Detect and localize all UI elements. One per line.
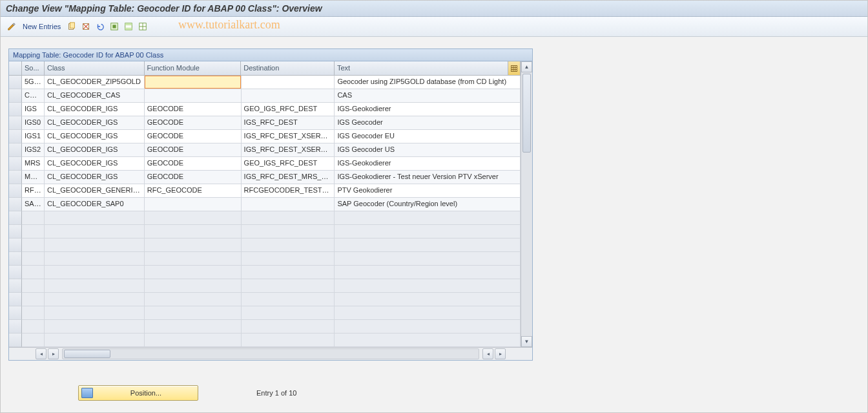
cell-source[interactable]: IGS [22, 103, 45, 116]
cell-text[interactable]: CAS [335, 89, 521, 103]
horizontal-scrollbar[interactable]: ◂ ▸ ◂ ▸ [9, 347, 532, 360]
cell-class[interactable]: CL_GEOCODER_IGS [45, 130, 145, 143]
row-selector[interactable] [9, 89, 22, 103]
table-settings-icon[interactable] [508, 61, 520, 75]
row-selector[interactable] [9, 157, 22, 171]
cell-class[interactable]: CL_GEOCODER_SAP0 [45, 198, 145, 211]
cell-class[interactable]: CL_GEOCODER_GENERIC… [45, 184, 145, 198]
cell-destination[interactable]: GEO_IGS_RFC_DEST [242, 103, 335, 116]
cell-class[interactable]: CL_GEOCODER_IGS [45, 103, 145, 116]
toggle-display-change-icon[interactable] [6, 21, 17, 32]
vscroll-track[interactable] [521, 72, 532, 336]
row-selector[interactable] [9, 198, 22, 211]
row-selector[interactable] [9, 171, 22, 184]
cell-destination[interactable] [242, 198, 335, 211]
scroll-left-button[interactable]: ▸ [48, 348, 59, 359]
cell-class[interactable]: CL_GEOCODER_IGS [45, 116, 145, 130]
cell-text[interactable]: IGS-Geokodierer [335, 103, 521, 116]
row-selector[interactable] [9, 238, 22, 252]
cell-function-module[interactable]: GEOCODE [145, 171, 242, 184]
cell-source[interactable]: RFCG [22, 184, 45, 198]
cell-source[interactable]: IGS1 [22, 130, 45, 143]
copy-as-icon[interactable] [66, 21, 78, 32]
scroll-right-button[interactable]: ◂ [482, 348, 493, 359]
cell-source[interactable]: IGS0 [22, 116, 45, 130]
col-header-source[interactable]: So... [22, 61, 45, 76]
cell-source[interactable]: MRS1 [22, 171, 45, 184]
cell-function-module[interactable]: GEOCODE [145, 116, 242, 130]
row-handle-header [9, 61, 22, 76]
scroll-last-button[interactable]: ▸ [495, 348, 506, 359]
new-entries-button[interactable]: New Entries [23, 23, 61, 30]
cell-text[interactable]: IGS Geocoder [335, 116, 521, 130]
select-block-icon[interactable] [123, 21, 134, 32]
row-selector[interactable] [9, 116, 22, 130]
vertical-scrollbar[interactable]: ▲ ▼ [521, 61, 532, 347]
empty-row [22, 293, 521, 306]
cell-source[interactable]: MRS [22, 157, 45, 171]
cell-text[interactable]: IGS-Geokodierer - Test neuer Version PTV… [335, 171, 521, 184]
row-selector[interactable] [9, 320, 22, 334]
cell-destination[interactable]: IGS_RFC_DEST_XSERVE… [242, 143, 335, 157]
cell-destination[interactable] [242, 89, 335, 103]
cell-class[interactable]: CL_GEOCODER_ZIP5GOLD [45, 76, 145, 89]
row-selector[interactable] [9, 252, 22, 266]
cell-function-module[interactable] [145, 76, 242, 89]
cell-source[interactable]: IGS2 [22, 143, 45, 157]
cell-class[interactable]: CL_GEOCODER_IGS [45, 157, 145, 171]
cell-function-module[interactable]: GEOCODE [145, 143, 242, 157]
row-selector[interactable] [9, 306, 22, 320]
cell-text[interactable]: IGS-Geokodierer [335, 157, 521, 171]
cell-source[interactable]: SAP0 [22, 198, 45, 211]
cell-text[interactable]: IGS Geocoder US [335, 143, 521, 157]
cell-function-module[interactable]: GEOCODE [145, 130, 242, 143]
position-button[interactable]: Position... [78, 385, 198, 401]
row-selector[interactable] [9, 103, 22, 116]
col-header-text[interactable]: Text [335, 61, 521, 76]
row-selector[interactable] [9, 211, 22, 225]
row-selector[interactable] [9, 279, 22, 293]
cell-function-module[interactable] [145, 198, 242, 211]
row-selector[interactable] [9, 143, 22, 157]
cell-function-module[interactable]: RFC_GEOCODE [145, 184, 242, 198]
deselect-all-icon[interactable] [137, 21, 149, 32]
undo-icon[interactable] [94, 21, 106, 32]
cell-source[interactable]: 5GLD [22, 76, 45, 89]
row-selector[interactable] [9, 266, 22, 279]
cell-text[interactable]: SAP Geocoder (Country/Region level) [335, 198, 521, 211]
hscroll-thumb[interactable] [64, 350, 110, 358]
delete-icon[interactable] [80, 21, 92, 32]
col-header-class[interactable]: Class [45, 61, 145, 76]
cell-function-module[interactable]: GEOCODE [145, 157, 242, 171]
cell-destination[interactable]: GEO_IGS_RFC_DEST [242, 157, 335, 171]
row-selector[interactable] [9, 130, 22, 143]
row-selector[interactable] [9, 76, 22, 89]
col-header-destination[interactable]: Destination [241, 61, 335, 76]
cell-source[interactable]: CAS0 [22, 89, 45, 103]
cell-text[interactable]: PTV Geokodierer [335, 184, 521, 198]
row-selector[interactable] [9, 293, 22, 306]
cell-destination[interactable]: IGS_RFC_DEST_MRS_EU… [242, 171, 335, 184]
cell-class[interactable]: CL_GEOCODER_IGS [45, 143, 145, 157]
cell-source [22, 211, 45, 225]
cell-text[interactable]: Geocoder using ZIP5GOLD database (from C… [335, 76, 521, 89]
row-selector[interactable] [9, 184, 22, 198]
cell-destination[interactable]: RFCGEOCODER_TEST_P… [242, 184, 335, 198]
cell-destination[interactable] [242, 76, 335, 89]
cell-class[interactable]: CL_GEOCODER_IGS [45, 171, 145, 184]
cell-text[interactable]: IGS Geocoder EU [335, 130, 521, 143]
cell-class[interactable]: CL_GEOCODER_CAS [45, 89, 145, 103]
cell-function-module[interactable]: GEOCODE [145, 103, 242, 116]
hscroll-track[interactable] [62, 348, 479, 359]
cell-function-module[interactable] [145, 89, 242, 103]
row-selector[interactable] [9, 334, 22, 347]
vscroll-thumb[interactable] [522, 74, 531, 153]
scroll-up-button[interactable]: ▲ [521, 61, 532, 72]
col-header-function-module[interactable]: Function Module [145, 61, 242, 76]
scroll-first-button[interactable]: ◂ [36, 348, 46, 359]
cell-destination[interactable]: IGS_RFC_DEST [242, 116, 335, 130]
cell-destination[interactable]: IGS_RFC_DEST_XSERVE… [242, 130, 335, 143]
select-all-icon[interactable] [108, 21, 120, 32]
scroll-down-button[interactable]: ▼ [521, 336, 532, 347]
row-selector[interactable] [9, 225, 22, 238]
